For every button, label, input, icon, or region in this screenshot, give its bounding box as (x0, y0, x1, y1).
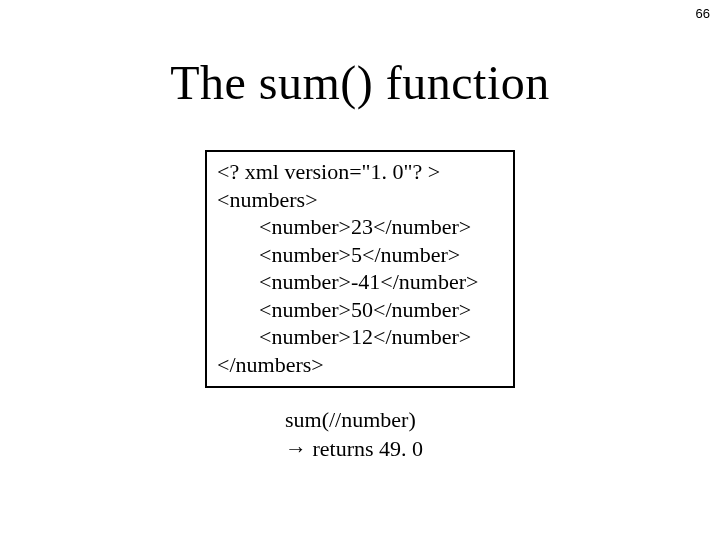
slide-title: The sum() function (0, 55, 720, 110)
code-line: <? xml version="1. 0"? > (217, 158, 503, 186)
result-line: sum(//number) (285, 406, 515, 435)
code-line: <numbers> (217, 186, 503, 214)
code-line: <number>-41</number> (217, 268, 503, 296)
code-line: <number>5</number> (217, 241, 503, 269)
page-number: 66 (696, 6, 710, 21)
result-line: → returns 49. 0 (285, 435, 515, 464)
code-line: <number>50</number> (217, 296, 503, 324)
code-line: <number>23</number> (217, 213, 503, 241)
xml-code-box: <? xml version="1. 0"? > <numbers> <numb… (205, 150, 515, 388)
code-line: </numbers> (217, 351, 503, 379)
result-block: sum(//number) → returns 49. 0 (205, 406, 515, 463)
code-line: <number>12</number> (217, 323, 503, 351)
